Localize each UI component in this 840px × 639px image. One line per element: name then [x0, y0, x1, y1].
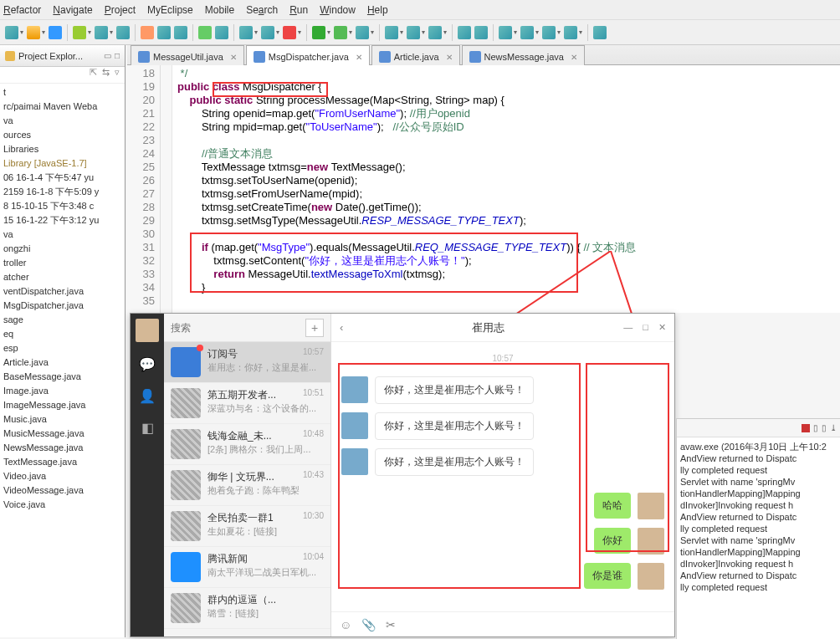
link-icon[interactable]: ⇆: [102, 67, 110, 83]
scroll-lock-icon[interactable]: ⤓: [830, 423, 837, 432]
editor-tab[interactable]: Article.java✕: [371, 45, 460, 65]
tree-item[interactable]: t: [3, 85, 121, 100]
tree-item[interactable]: MusicMessage.java: [3, 427, 121, 441]
menu-myeclipse[interactable]: MyEclipse: [147, 4, 193, 16]
tree-item[interactable]: va: [3, 227, 121, 242]
tb-icon[interactable]: [27, 26, 40, 39]
collapse-icon[interactable]: ⇱: [90, 67, 97, 83]
tb-icon[interactable]: [407, 26, 420, 39]
tree-item[interactable]: VideoMessage.java: [3, 483, 121, 498]
tb-icon[interactable]: [95, 26, 108, 39]
search-input[interactable]: [171, 319, 305, 337]
run-icon[interactable]: [312, 26, 325, 39]
tb-icon[interactable]: [73, 26, 86, 39]
conversation-item[interactable]: 订阅号10:57崔用志：你好，这里是崔...: [164, 342, 330, 383]
tab-close-icon[interactable]: ✕: [446, 53, 453, 62]
conversation-item[interactable]: 群内的逗逼（...璐雪：[链接]: [164, 588, 330, 629]
tb-icon[interactable]: [239, 26, 253, 39]
menu-search[interactable]: Search: [246, 4, 278, 16]
tab-close-icon[interactable]: ✕: [571, 53, 577, 62]
tb-icon[interactable]: [593, 26, 607, 39]
tb-icon[interactable]: [458, 26, 471, 39]
code-lines[interactable]: */public class MsgDispatcher { public st…: [172, 65, 636, 313]
tree-item[interactable]: Video.java: [3, 469, 121, 483]
code-editor[interactable]: 181920212223242526272829303132333435 */p…: [127, 65, 840, 313]
tb-icon[interactable]: [474, 26, 488, 39]
menu-navigate[interactable]: Navigate: [53, 4, 92, 16]
tree-item[interactable]: sage: [3, 313, 121, 327]
tree-item[interactable]: ImageMessage.java: [3, 398, 121, 412]
menu-project[interactable]: Project: [105, 4, 136, 16]
editor-tab[interactable]: MessageUtil.java✕: [131, 45, 244, 65]
tb-icon[interactable]: [520, 26, 534, 39]
tb-icon[interactable]: [49, 26, 62, 39]
chat-tab-icon[interactable]: 💬: [137, 354, 157, 374]
tree-item[interactable]: Library [JavaSE-1.7]: [3, 156, 121, 171]
tree-item[interactable]: 06 16-1-4 下午5:47 yu: [3, 171, 121, 185]
editor-tab[interactable]: NewsMessage.java✕: [462, 45, 585, 65]
attach-icon[interactable]: 📎: [361, 618, 376, 631]
tb-icon[interactable]: [5, 26, 18, 39]
tab-close-icon[interactable]: ✕: [230, 53, 237, 62]
conversation-item[interactable]: 全民拍卖一群110:30生如夏花：[链接]: [164, 506, 330, 547]
tree-item[interactable]: ventDispatcher.java: [3, 284, 121, 299]
tree-item[interactable]: 15 16-1-22 下午3:12 yu: [3, 213, 121, 227]
tab-close-icon[interactable]: ✕: [356, 53, 362, 62]
more-tab-icon[interactable]: ◧: [137, 417, 157, 437]
conversation-item[interactable]: 御华 | 文玩界...10:43抱着兔子跑：陈年鸭梨: [164, 465, 330, 506]
tree-item[interactable]: ources: [3, 128, 121, 142]
tree-item[interactable]: Voice.java: [3, 498, 121, 512]
tb-icon[interactable]: [116, 26, 130, 39]
tree-item[interactable]: 8 15-10-15 下午3:48 c: [3, 199, 121, 213]
restore-icon[interactable]: □: [115, 51, 120, 60]
tb-icon[interactable]: [564, 26, 577, 39]
tb-icon[interactable]: [428, 26, 442, 39]
terminate-icon[interactable]: [802, 424, 810, 432]
tree-item[interactable]: ongzhi: [3, 242, 121, 256]
tb-icon[interactable]: [174, 26, 187, 39]
console-output[interactable]: avaw.exe (2016年3月10日 上午10:2 AndView retu…: [677, 437, 840, 596]
tree-item[interactable]: esp: [3, 341, 121, 355]
editor-tab[interactable]: MsgDispatcher.java✕: [246, 45, 370, 65]
console-tool-icon[interactable]: ▯: [822, 423, 827, 432]
tree-item[interactable]: eq: [3, 327, 121, 341]
tb-icon[interactable]: [157, 26, 171, 39]
tb-icon[interactable]: [198, 26, 212, 39]
debug-icon[interactable]: [334, 26, 347, 39]
project-tree[interactable]: trc/paimai Maven WebavaourcesLibrariesLi…: [0, 84, 125, 514]
self-avatar[interactable]: [136, 319, 159, 342]
tree-item[interactable]: TextMessage.java: [3, 455, 121, 469]
tree-item[interactable]: Image.java: [3, 384, 121, 398]
new-chat-button[interactable]: +: [305, 319, 324, 337]
emoji-icon[interactable]: ☺: [340, 618, 351, 631]
tb-icon[interactable]: [141, 26, 154, 39]
menu-icon[interactable]: ▿: [115, 67, 120, 83]
tree-item[interactable]: va: [3, 114, 121, 128]
max-icon[interactable]: □: [643, 322, 648, 333]
conversation-item[interactable]: 第五期开发者...10:51深蓝功与名：这个设备的...: [164, 383, 330, 424]
console-tool-icon[interactable]: ▯: [813, 423, 818, 432]
menu-refactor[interactable]: Refactor: [3, 4, 41, 16]
tb-icon[interactable]: [215, 26, 228, 39]
tree-item[interactable]: NewsMessage.java: [3, 441, 121, 455]
message-area[interactable]: 10:57 你好，这里是崔用志个人账号！你好，这里是崔用志个人账号！你好，这里是…: [331, 342, 674, 611]
min-icon[interactable]: —: [623, 322, 633, 333]
menu-help[interactable]: Help: [367, 4, 388, 16]
tree-item[interactable]: troller: [3, 256, 121, 270]
tree-item[interactable]: Music.java: [3, 412, 121, 427]
menu-run[interactable]: Run: [289, 4, 308, 16]
tree-item[interactable]: 2159 16-1-8 下午5:09 y: [3, 185, 121, 199]
minimize-icon[interactable]: ▭: [104, 51, 111, 60]
tree-item[interactable]: Article.java: [3, 355, 121, 370]
back-icon[interactable]: ‹: [340, 321, 343, 334]
tree-item[interactable]: rc/paimai Maven Weba: [3, 100, 121, 114]
tb-icon[interactable]: [542, 26, 556, 39]
tree-item[interactable]: BaseMessage.java: [3, 370, 121, 384]
tb-icon[interactable]: [261, 26, 274, 39]
conversation-item[interactable]: 钱海金融_未...10:48[2条] 腾格尔：我们上周...: [164, 424, 330, 465]
tb-icon[interactable]: [499, 26, 512, 39]
menu-mobile[interactable]: Mobile: [205, 4, 234, 16]
tree-item[interactable]: atcher: [3, 270, 121, 284]
scissors-icon[interactable]: ✂: [386, 618, 396, 631]
tree-item[interactable]: MsgDispatcher.java: [3, 299, 121, 313]
